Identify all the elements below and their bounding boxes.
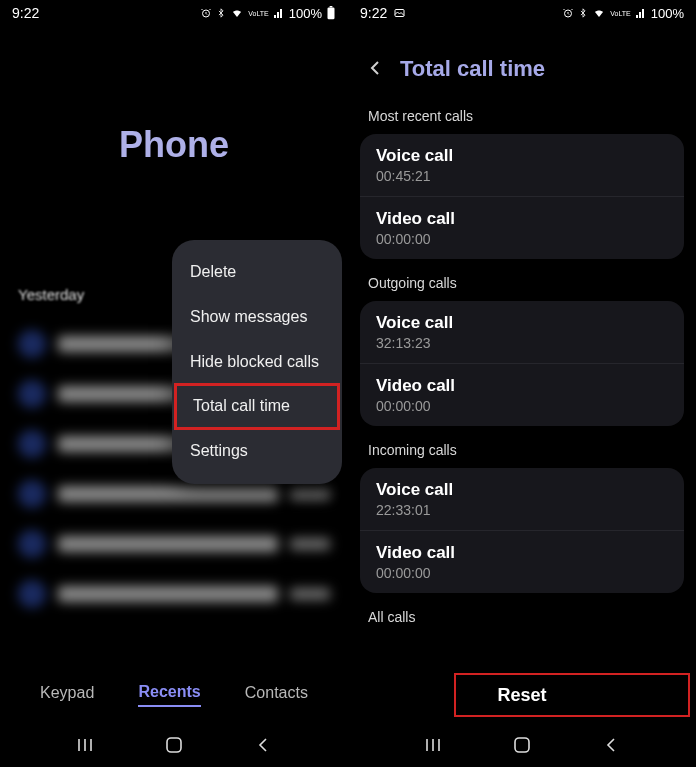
svg-rect-6 (167, 738, 181, 752)
group-outgoing-label: Outgoing calls (360, 259, 684, 301)
reset-button[interactable]: Reset (360, 675, 684, 715)
alarm-icon (562, 7, 574, 19)
screen-phone-recents: 9:22 VoLTE 100% Phone Yesterday (0, 0, 348, 767)
nav-home-icon[interactable] (511, 734, 533, 756)
row-value: 22:33:01 (376, 502, 668, 518)
content-scroll[interactable]: Most recent calls Voice call 00:45:21 Vi… (348, 92, 696, 767)
outgoing-video-row: Video call 00:00:00 (360, 363, 684, 426)
outgoing-voice-row: Voice call 32:13:23 (360, 301, 684, 363)
row-value: 00:00:00 (376, 565, 668, 581)
reset-label: Reset (497, 685, 546, 706)
page-title: Total call time (400, 56, 545, 82)
menu-show-messages[interactable]: Show messages (172, 295, 342, 340)
screen-total-call-time: 9:22 VoLTE 100% Total call tim (348, 0, 696, 767)
incoming-voice-row: Voice call 22:33:01 (360, 468, 684, 530)
call-entry[interactable] (18, 569, 330, 619)
menu-settings[interactable]: Settings (172, 429, 342, 474)
tab-recents[interactable]: Recents (138, 683, 200, 707)
group-outgoing-card: Voice call 32:13:23 Video call 00:00:00 (360, 301, 684, 426)
row-title: Video call (376, 209, 668, 229)
volte-label: VoLTE (610, 10, 631, 17)
svg-rect-12 (515, 738, 529, 752)
svg-rect-1 (328, 7, 335, 19)
navigation-bar (348, 723, 696, 767)
navigation-bar (0, 723, 348, 767)
status-bar: 9:22 VoLTE 100% (0, 0, 348, 26)
page-header: Total call time (348, 38, 696, 92)
bluetooth-icon (578, 7, 588, 19)
tab-contacts[interactable]: Contacts (245, 684, 308, 706)
back-icon[interactable] (366, 59, 386, 79)
tab-keypad[interactable]: Keypad (40, 684, 94, 706)
nav-back-icon[interactable] (600, 734, 622, 756)
status-time: 9:22 (12, 5, 39, 21)
nav-home-icon[interactable] (163, 734, 185, 756)
group-all-label: All calls (360, 593, 684, 635)
svg-rect-2 (330, 6, 333, 7)
row-title: Voice call (376, 146, 668, 166)
battery-icon (326, 6, 336, 20)
volte-label: VoLTE (248, 10, 269, 17)
row-title: Voice call (376, 480, 668, 500)
group-recent-card: Voice call 00:45:21 Video call 00:00:00 (360, 134, 684, 259)
wifi-icon (592, 7, 606, 19)
nav-recents-icon[interactable] (74, 734, 96, 756)
row-value: 00:45:21 (376, 168, 668, 184)
menu-delete[interactable]: Delete (172, 250, 342, 295)
group-incoming-label: Incoming calls (360, 426, 684, 468)
row-title: Video call (376, 376, 668, 396)
screenshot-icon (393, 7, 406, 19)
battery-percent: 100% (651, 6, 684, 21)
row-value: 00:00:00 (376, 231, 668, 247)
recent-video-row: Video call 00:00:00 (360, 196, 684, 259)
incoming-video-row: Video call 00:00:00 (360, 530, 684, 593)
group-recent-label: Most recent calls (360, 92, 684, 134)
status-time: 9:22 (360, 5, 387, 21)
group-incoming-card: Voice call 22:33:01 Video call 00:00:00 (360, 468, 684, 593)
menu-total-call-time[interactable]: Total call time (174, 383, 340, 430)
bottom-tabs: Keypad Recents Contacts (0, 675, 348, 715)
bluetooth-icon (216, 7, 226, 19)
status-bar: 9:22 VoLTE 100% (348, 0, 696, 26)
battery-percent: 100% (289, 6, 322, 21)
call-entry[interactable] (18, 519, 330, 569)
row-title: Voice call (376, 313, 668, 333)
nav-recents-icon[interactable] (422, 734, 444, 756)
recent-voice-row: Voice call 00:45:21 (360, 134, 684, 196)
nav-back-icon[interactable] (252, 734, 274, 756)
alarm-icon (200, 7, 212, 19)
menu-hide-blocked[interactable]: Hide blocked calls (172, 340, 342, 385)
row-value: 32:13:23 (376, 335, 668, 351)
app-title: Phone (0, 124, 348, 166)
signal-icon (273, 7, 285, 19)
signal-icon (635, 7, 647, 19)
overflow-menu: Delete Show messages Hide blocked calls … (172, 240, 342, 484)
row-title: Video call (376, 543, 668, 563)
wifi-icon (230, 7, 244, 19)
row-value: 00:00:00 (376, 398, 668, 414)
